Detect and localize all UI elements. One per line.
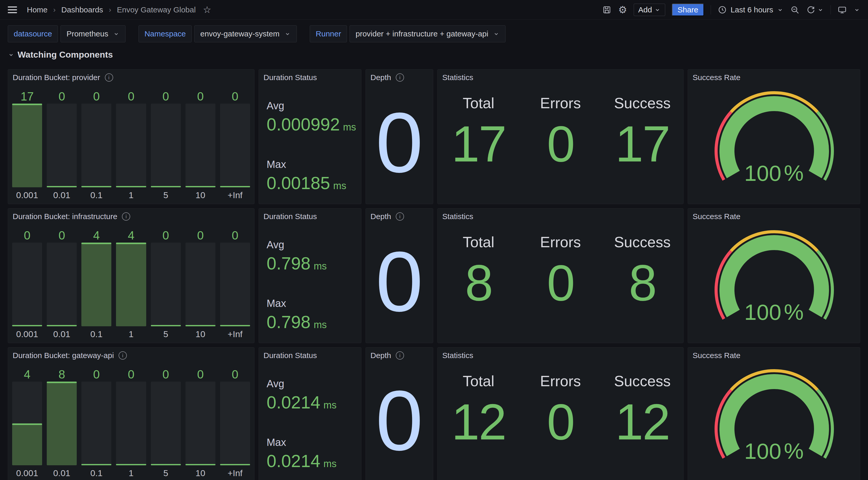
bar-value-label: 0 (185, 89, 215, 103)
stat-total-label: Total (463, 94, 494, 112)
bar-value-label: 0 (185, 367, 215, 382)
bar-track (185, 103, 215, 187)
stat-max-value: 0.00185 (267, 173, 330, 193)
bar-cap (47, 382, 77, 383)
info-icon[interactable]: i (105, 73, 113, 82)
statistics-columns: Total 17 Errors 0 Success 17 (438, 69, 683, 204)
depth-value: 0 (366, 208, 433, 343)
variable-datasource: datasource Prometheus (8, 25, 126, 42)
info-icon[interactable]: i (122, 212, 130, 221)
bucket-bar: 05 (151, 228, 181, 340)
gear-icon[interactable]: ⚙ (618, 5, 627, 15)
breadcrumb-dashboards[interactable]: Dashboards (61, 5, 103, 14)
save-icon[interactable] (602, 5, 612, 14)
stat-avg-value: 0.798 (267, 253, 311, 273)
bar-fill (47, 382, 77, 465)
bucket-bar: 00.1 (82, 367, 111, 479)
stat-max-unit: ms (314, 319, 327, 330)
time-range-picker[interactable]: Last 6 hours (718, 5, 783, 14)
bar-axis-label: 0.01 (47, 326, 77, 340)
stat-errors: Errors 0 (520, 233, 601, 343)
bar-track (185, 382, 215, 465)
panel-title: Depth (370, 73, 391, 82)
panel-title: Duration Status (264, 212, 317, 221)
gauge-value: 100 % (688, 299, 860, 325)
bucket-bar: 00.01 (47, 228, 77, 340)
stat-max-value: 0.0214 (267, 451, 320, 471)
bar-zero-line (151, 186, 181, 187)
panel-success-rate: Success Rate 100 % (688, 69, 860, 204)
panel-header: Duration Status (259, 208, 361, 224)
bucket-bar: 010 (185, 89, 215, 201)
breadcrumb: Home › Dashboards › Envoy Gateway Global… (27, 4, 211, 15)
info-icon[interactable]: i (396, 212, 404, 221)
bar-zero-line (82, 464, 111, 465)
stat-errors-label: Errors (540, 233, 581, 250)
star-icon[interactable]: ☆ (203, 4, 211, 15)
bar-cap (82, 243, 111, 244)
stat-errors: Errors 0 (520, 94, 601, 204)
breadcrumb-home[interactable]: Home (27, 5, 48, 14)
bucket-bar: 05 (151, 89, 181, 201)
stat-max: Max 0.00185 ms (267, 159, 346, 193)
panel-header: Statistics (438, 348, 683, 363)
stat-total-label: Total (463, 372, 494, 390)
stat-success: Success 17 (601, 94, 683, 204)
panel-title: Success Rate (692, 73, 740, 82)
info-icon[interactable]: i (119, 351, 127, 360)
stat-success-label: Success (614, 372, 671, 390)
zoom-out-icon[interactable] (790, 5, 800, 14)
datasource-dropdown[interactable]: Prometheus (60, 25, 126, 42)
bar-zero-line (220, 186, 250, 187)
chevron-down-icon[interactable] (854, 6, 860, 13)
bar-value-label: 0 (185, 228, 215, 243)
namespace-dropdown[interactable]: envoy-gateway-system (194, 25, 297, 42)
panel-title: Duration Bucket: provider (13, 73, 100, 82)
chevron-down-icon (654, 6, 661, 13)
bucket-bar: 170.001 (12, 89, 42, 201)
stat-avg-value: 0.0214 (267, 392, 320, 412)
stat-errors-label: Errors (540, 372, 581, 390)
bar-track (82, 103, 111, 187)
panel-header: Duration Bucket: gateway-api i (8, 348, 254, 363)
bar-track (220, 382, 250, 465)
panel-header: Depth i (366, 348, 433, 363)
bucket-bar: 00.001 (12, 228, 42, 340)
chevron-down-icon[interactable] (817, 6, 824, 13)
bar-zero-line (47, 325, 77, 326)
panel-header: Duration Status (259, 348, 361, 363)
bar-axis-label: 0.1 (82, 465, 111, 479)
stat-total: Total 8 (438, 233, 520, 343)
panel-duration-status: Duration Status Avg 0.798 ms Max 0.798 m… (258, 208, 362, 343)
bar-value-label: 0 (82, 367, 111, 382)
stat-max-label: Max (267, 437, 337, 448)
bar-track (47, 103, 77, 187)
panel-title: Duration Status (264, 351, 317, 360)
stat-max-label: Max (267, 298, 327, 309)
monitor-icon[interactable] (838, 5, 847, 14)
bar-cap (12, 103, 42, 105)
bar-axis-label: 0.001 (12, 326, 42, 340)
breadcrumb-current-dashboard: Envoy Gateway Global (117, 5, 195, 14)
bar-axis-label: 1 (116, 326, 146, 340)
stat-avg-unit: ms (343, 122, 356, 133)
info-icon[interactable]: i (396, 73, 404, 82)
panel-title: Duration Status (264, 73, 317, 82)
chevron-down-icon (493, 30, 500, 37)
bar-axis-label: 1 (116, 187, 146, 201)
variable-runner: Runner provider + infrastructure + gatew… (310, 25, 505, 42)
menu-icon[interactable] (8, 6, 17, 13)
add-button[interactable]: Add (634, 4, 665, 16)
bar-cap (12, 423, 42, 425)
stat-success-value: 17 (615, 119, 669, 170)
bar-zero-line (185, 325, 215, 326)
panel-depth: Depth i 0 (366, 69, 433, 204)
panel-header: Success Rate (688, 208, 860, 224)
refresh-icon[interactable] (806, 5, 815, 14)
stat-errors-value: 0 (547, 119, 574, 170)
runner-dropdown[interactable]: provider + infrastructure + gateway-api (349, 25, 505, 42)
row-toggle-watching-components[interactable]: Watching Components (0, 42, 868, 60)
share-button[interactable]: Share (672, 4, 704, 16)
gauge-value-number: 100 (744, 160, 781, 186)
info-icon[interactable]: i (396, 351, 404, 360)
